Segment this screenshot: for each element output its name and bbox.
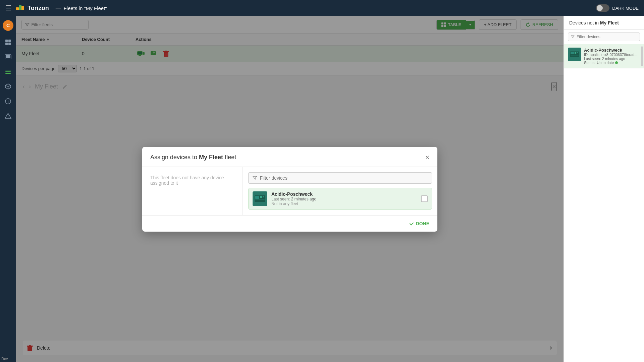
right-panel-filter[interactable]	[564, 30, 644, 44]
right-device-thumbnail	[568, 48, 581, 61]
right-panel-device-card[interactable]: Acidic-Poschweck ID: apalis-imx8-0700637…	[564, 44, 644, 68]
svg-rect-40	[571, 52, 574, 54]
sidebar-item-fleets[interactable]	[2, 66, 14, 78]
svg-text:!: !	[7, 115, 8, 118]
sidebar: C i !	[0, 16, 16, 362]
svg-rect-43	[571, 55, 579, 56]
svg-rect-6	[8, 43, 11, 45]
dark-mode-label: DARK MODE	[612, 6, 639, 11]
dark-mode-toggle[interactable]: DARK MODE	[596, 4, 639, 12]
content-area: TABLE + ADD FLEET REFRESH Fleet Name	[16, 16, 564, 362]
svg-rect-4	[8, 40, 11, 42]
svg-rect-35	[255, 196, 259, 199]
modal-filter-icon	[253, 176, 257, 180]
done-button[interactable]: DONE	[407, 220, 432, 228]
svg-rect-0	[16, 7, 19, 10]
sidebar-item-devices[interactable]	[2, 51, 14, 63]
dark-mode-switch[interactable]	[596, 4, 609, 12]
device-select-checkbox[interactable]	[421, 195, 428, 202]
device-board-icon	[254, 194, 266, 203]
nav-divider: —	[56, 5, 61, 11]
main-layout: C i !	[0, 16, 644, 362]
scroll-indicator	[641, 46, 643, 66]
right-filter-icon	[571, 35, 575, 39]
modal-close-button[interactable]: ×	[425, 154, 429, 161]
modal-right-panel: Acidic-Poschweck Last seen: 2 minutes ag…	[243, 167, 437, 215]
menu-icon[interactable]: ☰	[5, 4, 11, 12]
svg-line-15	[8, 85, 11, 86]
right-device-status: Status: Up to date	[584, 61, 640, 65]
navbar: ☰ Torizon — Fleets in "My Fleet" DARK MO…	[0, 0, 644, 16]
device-fleet-status: Not in any fleet	[271, 201, 417, 206]
right-panel: Devices not in My Fleet Acidic-Poschwec	[564, 16, 644, 362]
sidebar-item-alerts[interactable]: !	[2, 110, 14, 122]
svg-rect-11	[5, 73, 11, 74]
svg-rect-5	[5, 43, 8, 45]
svg-rect-1	[19, 5, 21, 10]
nav-subtitle: Fleets in "My Fleet"	[64, 5, 107, 11]
right-device-last-seen: Last seen: 2 minutes ago	[584, 57, 640, 61]
svg-rect-37	[263, 196, 264, 197]
svg-line-14	[5, 85, 8, 86]
svg-rect-10	[5, 71, 11, 72]
status-indicator	[615, 61, 618, 64]
device-thumbnail	[253, 191, 267, 206]
assign-devices-modal: Assign devices to My Fleet fleet × This …	[142, 147, 437, 232]
device-name: Acidic-Poschweck	[271, 191, 417, 197]
right-device-info: Acidic-Poschweck ID: apalis-imx8-0700637…	[584, 48, 640, 65]
svg-rect-42	[577, 52, 578, 53]
torizon-logo-icon	[15, 3, 25, 13]
svg-rect-38	[255, 199, 265, 200]
dev-label: Dev	[1, 357, 8, 361]
modal-footer: DONE	[142, 215, 437, 232]
modal-filter-input[interactable]	[248, 172, 432, 184]
right-device-id: ID: apalis-imx8-07006378torad...	[584, 53, 640, 57]
logo: Torizon	[15, 3, 49, 13]
right-panel-header: Devices not in My Fleet	[564, 16, 644, 30]
device-last-seen: Last seen: 2 minutes ago	[271, 197, 417, 201]
svg-rect-3	[5, 40, 8, 42]
right-filter-field[interactable]	[577, 35, 637, 39]
toggle-knob	[597, 5, 603, 11]
sidebar-item-info[interactable]: i	[2, 95, 14, 107]
svg-rect-2	[21, 6, 24, 10]
modal-header: Assign devices to My Fleet fleet ×	[142, 147, 437, 167]
logo-text: Torizon	[28, 5, 49, 12]
right-device-board-icon	[569, 50, 580, 58]
user-avatar[interactable]: C	[3, 20, 13, 31]
svg-rect-36	[260, 196, 262, 198]
modal-device-item: Acidic-Poschweck Last seen: 2 minutes ag…	[248, 188, 432, 210]
sidebar-item-dashboard[interactable]	[2, 36, 14, 48]
checkmark-icon	[409, 221, 414, 226]
modal-body: This fleet does not have any device assi…	[142, 167, 437, 215]
svg-rect-41	[575, 52, 576, 54]
sidebar-item-packages[interactable]	[2, 80, 14, 93]
modal-left-panel: This fleet does not have any device assi…	[142, 167, 243, 215]
device-info: Acidic-Poschweck Last seen: 2 minutes ag…	[271, 191, 417, 206]
svg-rect-8	[6, 55, 10, 58]
svg-rect-9	[5, 70, 11, 70]
modal-title: Assign devices to My Fleet fleet	[150, 154, 236, 161]
right-device-name: Acidic-Poschweck	[584, 48, 640, 53]
modal-overlay: Assign devices to My Fleet fleet × This …	[16, 16, 564, 362]
modal-filter-field[interactable]	[260, 175, 428, 181]
svg-text:i: i	[7, 99, 8, 104]
right-filter-box[interactable]	[568, 33, 640, 41]
